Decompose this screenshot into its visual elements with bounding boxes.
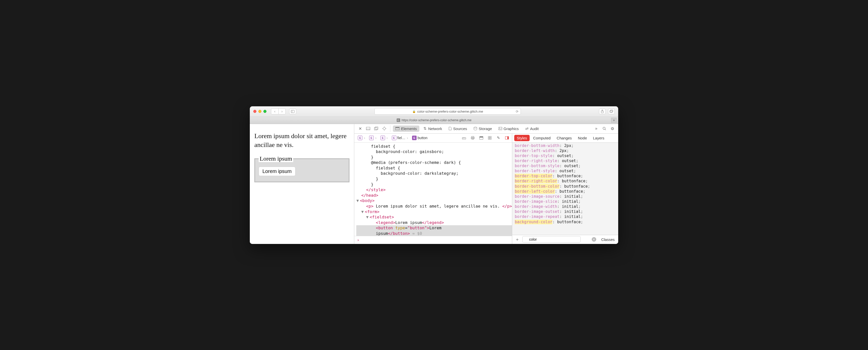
- print-icon[interactable]: [470, 135, 476, 141]
- dom-line[interactable]: background-color: gainsboro;: [356, 149, 512, 154]
- audit-icon: ⇄: [525, 126, 529, 131]
- style-property-row[interactable]: border-bottom-width: 2px;: [515, 143, 616, 148]
- styles-tabs: Styles Computed Changes Node Layers: [512, 134, 618, 143]
- device-icon[interactable]: [478, 135, 484, 141]
- close-devtools-button[interactable]: ✕: [357, 125, 363, 132]
- dom-line[interactable]: </head>: [356, 193, 512, 198]
- overflow-tabs-button[interactable]: »: [593, 125, 599, 132]
- sidebar-toggle-button[interactable]: [289, 109, 296, 114]
- dom-line-selected[interactable]: ipsum</button> = $0: [356, 231, 512, 236]
- close-window-button[interactable]: [253, 110, 256, 113]
- styles-filter-input[interactable]: [522, 236, 581, 243]
- property-name: border-top-color: [515, 174, 552, 178]
- brush-icon[interactable]: ✎: [495, 135, 501, 141]
- styles-tab-node[interactable]: Node: [575, 135, 589, 141]
- dock-bottom-icon[interactable]: [365, 125, 371, 132]
- search-button[interactable]: [601, 125, 608, 132]
- dom-line[interactable]: fieldset {: [356, 166, 512, 171]
- crumb-1[interactable]: E›: [368, 135, 378, 141]
- styles-tab-styles[interactable]: Styles: [514, 135, 530, 141]
- property-name: border-right-style: [515, 158, 557, 163]
- svg-rect-8: [374, 127, 377, 130]
- style-property-row[interactable]: border-image-outset: initial;: [515, 209, 616, 214]
- style-property-row[interactable]: background-color: buttonface;: [515, 220, 616, 225]
- dom-line-selected[interactable]: <button type="button">Lorem: [356, 225, 512, 231]
- property-value: 2px: [559, 148, 566, 153]
- graphics-icon: [499, 127, 502, 130]
- page-legend: Lorem ipsum: [259, 155, 293, 162]
- svg-rect-0: [291, 110, 294, 113]
- dock-popup-icon[interactable]: [373, 125, 379, 132]
- grid-icon[interactable]: [487, 135, 493, 141]
- dom-line[interactable]: fieldset {: [356, 144, 512, 149]
- crumb-4[interactable]: Ebutton: [410, 135, 429, 141]
- style-property-row[interactable]: border-left-width: 2px;: [515, 148, 616, 153]
- crumb-3[interactable]: Efiel…›: [390, 135, 410, 141]
- forward-button[interactable]: ›: [278, 109, 285, 114]
- tab-network[interactable]: ⇅ Network: [421, 125, 444, 132]
- dom-line[interactable]: ▼<body>: [356, 198, 512, 204]
- tab-storage-label: Storage: [479, 126, 492, 131]
- dom-line[interactable]: @media (prefers-color-scheme: dark) {: [356, 160, 512, 166]
- address-bar[interactable]: 🔒 color-scheme-prefers-color-scheme.glit…: [374, 108, 521, 115]
- dom-tree[interactable]: fieldset { background-color: gainsboro; …: [354, 143, 512, 236]
- filter-wrap: ⊜ ✕: [522, 236, 598, 243]
- tab-audit[interactable]: ⇄ Audit: [523, 125, 541, 132]
- tab-elements[interactable]: Elements: [393, 125, 420, 132]
- tab-sources[interactable]: Sources: [446, 125, 470, 132]
- reload-button[interactable]: ⟳: [516, 110, 519, 113]
- add-rule-button[interactable]: ＋: [514, 236, 520, 242]
- dom-line[interactable]: ▼<fieldset>: [356, 214, 512, 220]
- style-property-row[interactable]: border-right-color: buttonface;: [515, 178, 616, 183]
- style-property-row[interactable]: border-image-slice: initial;: [515, 199, 616, 204]
- tab-graphics[interactable]: Graphics: [496, 125, 521, 132]
- target-icon[interactable]: [381, 125, 388, 132]
- sidebar-toggle-icon[interactable]: [504, 135, 510, 141]
- style-property-row[interactable]: border-image-width: initial;: [515, 204, 616, 209]
- tab-graphics-label: Graphics: [504, 126, 519, 131]
- dom-line[interactable]: }: [356, 182, 512, 187]
- style-property-row[interactable]: border-bottom-style: outset;: [515, 164, 616, 169]
- tab-title[interactable]: https://color-scheme-prefers-color-schem…: [402, 118, 472, 122]
- property-value: buttonface: [557, 174, 581, 178]
- content-area: Lorem ipsum dolor sit amet, legere ancil…: [250, 124, 618, 244]
- ruler-icon[interactable]: [461, 135, 467, 141]
- crumb-0[interactable]: E›: [356, 135, 367, 141]
- classes-button[interactable]: Classes: [600, 237, 616, 242]
- styles-tab-computed[interactable]: Computed: [531, 135, 553, 141]
- dom-line[interactable]: }: [356, 176, 512, 182]
- svg-point-17: [474, 127, 477, 128]
- style-property-row[interactable]: border-image-source: initial;: [515, 194, 616, 199]
- back-button[interactable]: ‹: [271, 109, 278, 114]
- crumb-2[interactable]: E›: [379, 135, 390, 141]
- style-property-row[interactable]: border-left-style: outset;: [515, 169, 616, 174]
- address-bar-container: 🔒 color-scheme-prefers-color-scheme.glit…: [298, 108, 597, 115]
- console-drawer[interactable]: ›: [354, 236, 512, 244]
- property-name: border-bottom-width: [515, 143, 559, 148]
- elements-icon: [395, 127, 399, 130]
- style-property-row[interactable]: border-left-color: buttonface;: [515, 189, 616, 194]
- clear-filter-button[interactable]: ✕: [592, 237, 596, 242]
- styles-tab-changes[interactable]: Changes: [554, 135, 574, 141]
- share-button[interactable]: [599, 109, 606, 114]
- new-tab-button[interactable]: +: [611, 118, 617, 123]
- zoom-window-button[interactable]: [264, 110, 267, 113]
- style-property-row[interactable]: border-bottom-color: buttonface;: [515, 184, 616, 189]
- style-property-row[interactable]: border-top-style: outset;: [515, 153, 616, 158]
- style-property-row[interactable]: border-right-style: outset;: [515, 158, 616, 164]
- minimize-window-button[interactable]: [258, 110, 261, 113]
- dom-line[interactable]: ▼<form>: [356, 209, 512, 215]
- dom-line[interactable]: <p> Lorem ipsum dolor sit amet, legere a…: [356, 204, 512, 209]
- dom-line[interactable]: <legend>Lorem ipsum</legend>: [356, 220, 512, 226]
- dom-line[interactable]: </style>: [356, 187, 512, 193]
- styles-list[interactable]: border-bottom-width: 2px;border-left-wid…: [512, 143, 618, 235]
- tabs-overview-button[interactable]: [608, 109, 615, 114]
- settings-button[interactable]: ⚙: [609, 125, 616, 132]
- style-property-row[interactable]: border-top-color: buttonface;: [515, 174, 616, 178]
- page-button[interactable]: Lorem ipsum: [259, 167, 296, 176]
- tab-storage[interactable]: Storage: [471, 125, 495, 132]
- styles-tab-layers[interactable]: Layers: [590, 135, 607, 141]
- dom-line[interactable]: background-color: darkslategray;: [356, 171, 512, 176]
- style-property-row[interactable]: border-image-repeat: initial;: [515, 214, 616, 219]
- dom-line[interactable]: }: [356, 154, 512, 160]
